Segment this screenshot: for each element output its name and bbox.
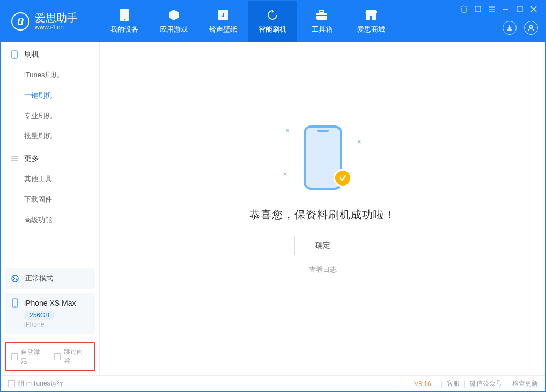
- mode-icon: [10, 273, 20, 283]
- sparkle-icon: ✦: [354, 137, 365, 147]
- header-actions: [503, 21, 538, 35]
- separator: |: [441, 380, 442, 388]
- svg-rect-4: [320, 10, 324, 13]
- section-title: 刷机: [24, 50, 39, 60]
- flash-options-box: 自动激活 跳过向导: [5, 342, 95, 371]
- spacer: [1, 230, 99, 264]
- device-mode-label: 正常模式: [25, 273, 53, 283]
- checkbox-skip-guide[interactable]: 跳过向导: [54, 347, 88, 366]
- nav-apps-games[interactable]: 应用游戏: [149, 1, 198, 42]
- view-log-link[interactable]: 查看日志: [309, 265, 337, 275]
- nav-label: 智能刷机: [259, 25, 286, 34]
- close-button[interactable]: [529, 5, 538, 13]
- checkbox-icon: [8, 380, 15, 387]
- nav-label: 爱思商城: [357, 25, 385, 34]
- nav-toolbox[interactable]: 工具箱: [297, 1, 346, 42]
- device-type: iPhone: [24, 321, 90, 328]
- svg-point-1: [124, 19, 125, 20]
- footer-link-support[interactable]: 客服: [447, 379, 460, 388]
- nav-label: 铃声壁纸: [209, 25, 237, 34]
- check-badge-icon: [334, 169, 352, 187]
- maximize-button[interactable]: [515, 5, 524, 13]
- device-name: iPhone XS Max: [24, 299, 76, 307]
- sparkle-icon: ✦: [280, 169, 291, 180]
- svg-point-24: [16, 279, 18, 280]
- nav-label: 我的设备: [110, 25, 138, 34]
- footer-link-update[interactable]: 检查更新: [512, 379, 538, 388]
- nav-label: 应用游戏: [160, 25, 188, 34]
- nav-label: 工具箱: [312, 25, 333, 34]
- sparkle-icon: ✦: [282, 127, 291, 136]
- device-mode-card[interactable]: 正常模式: [5, 268, 95, 289]
- logo-text: 爱思助手 www.i4.cn: [35, 12, 78, 31]
- sidebar-item-itunes-flash[interactable]: iTunes刷机: [1, 65, 99, 85]
- toolbox-icon: [315, 9, 328, 21]
- nav-ringtones-wallpapers[interactable]: 铃声壁纸: [198, 1, 248, 42]
- phone-notch: [317, 130, 329, 132]
- device-info-card[interactable]: iPhone XS Max 256GB iPhone: [5, 293, 95, 334]
- phone-icon: [10, 50, 19, 59]
- device-icon: [118, 9, 131, 21]
- music-icon: [217, 9, 230, 21]
- checkbox-icon: [54, 353, 61, 360]
- sidebar-section-flash: 刷机: [1, 42, 99, 65]
- sidebar-item-other-tools[interactable]: 其他工具: [1, 169, 99, 189]
- app-window: ü 爱思助手 www.i4.cn 我的设备 应用游戏: [0, 0, 546, 392]
- checkbox-auto-activate[interactable]: 自动激活: [11, 347, 46, 366]
- phone-icon: [10, 298, 20, 308]
- sidebar-item-batch-flash[interactable]: 批量刷机: [1, 126, 99, 146]
- section-title: 更多: [24, 154, 39, 164]
- sidebar-item-pro-flash[interactable]: 专业刷机: [1, 106, 99, 126]
- checkbox-label: 自动激活: [21, 347, 46, 366]
- list-icon: [10, 156, 19, 162]
- shirt-icon[interactable]: [460, 5, 468, 13]
- window-controls: [460, 5, 538, 13]
- nav-my-device[interactable]: 我的设备: [100, 1, 149, 42]
- separator: |: [506, 380, 508, 388]
- device-storage: 256GB: [24, 311, 55, 320]
- svg-point-16: [530, 26, 533, 28]
- top-nav: 我的设备 应用游戏 铃声壁纸 智能刷机: [100, 1, 396, 42]
- main-content: ✦ ✦ ✦ 恭喜您，保资料刷机成功啦！ 确定 查看日志: [100, 42, 545, 375]
- cube-icon: [167, 9, 180, 21]
- logo-area: ü 爱思助手 www.i4.cn: [1, 12, 100, 31]
- success-illustration: ✦ ✦ ✦: [280, 123, 366, 193]
- svg-rect-13: [517, 6, 522, 12]
- sidebar-item-download-firmware[interactable]: 下载固件: [1, 189, 99, 210]
- download-button[interactable]: [503, 21, 517, 35]
- refresh-icon: [266, 9, 279, 21]
- app-logo-icon: ü: [11, 12, 29, 31]
- svg-point-18: [14, 57, 15, 58]
- checkbox-block-itunes[interactable]: 阻止iTunes运行: [8, 379, 63, 388]
- sidebar-list-flash: iTunes刷机 一键刷机 专业刷机 批量刷机: [1, 65, 99, 146]
- separator: |: [464, 380, 466, 388]
- nav-smart-flash[interactable]: 智能刷机: [248, 1, 297, 42]
- checkbox-icon: [11, 353, 18, 360]
- version-label: V8.16: [414, 380, 431, 388]
- store-icon: [365, 9, 378, 21]
- svg-rect-5: [316, 15, 327, 16]
- checkbox-label: 阻止iTunes运行: [18, 379, 63, 388]
- success-message: 恭喜您，保资料刷机成功啦！: [249, 208, 396, 222]
- nav-store[interactable]: 爱思商城: [346, 1, 396, 42]
- svg-point-27: [14, 306, 16, 307]
- footer-link-wechat[interactable]: 微信公众号: [470, 379, 502, 388]
- user-button[interactable]: [524, 21, 538, 35]
- footer-right: V8.16 | 客服 | 微信公众号 | 检查更新: [414, 379, 538, 388]
- svg-point-23: [13, 277, 14, 278]
- menu-icon[interactable]: [488, 5, 496, 13]
- minimize-button[interactable]: [501, 5, 510, 13]
- sidebar: 刷机 iTunes刷机 一键刷机 专业刷机 批量刷机 更多 其他工具 下载固件 …: [1, 42, 100, 375]
- sidebar-item-oneclick-flash[interactable]: 一键刷机: [1, 85, 99, 106]
- checkbox-label: 跳过向导: [64, 347, 88, 366]
- footer: 阻止iTunes运行 V8.16 | 客服 | 微信公众号 | 检查更新: [1, 375, 545, 391]
- ok-button[interactable]: 确定: [294, 236, 351, 255]
- sidebar-item-advanced[interactable]: 高级功能: [1, 210, 99, 230]
- body: 刷机 iTunes刷机 一键刷机 专业刷机 批量刷机 更多 其他工具 下载固件 …: [1, 42, 545, 375]
- settings-icon[interactable]: [474, 5, 482, 13]
- header: ü 爱思助手 www.i4.cn 我的设备 应用游戏: [1, 1, 545, 42]
- app-subtitle: www.i4.cn: [35, 24, 78, 31]
- svg-rect-3: [316, 13, 327, 20]
- sidebar-section-more: 更多: [1, 146, 99, 169]
- app-title: 爱思助手: [35, 12, 78, 24]
